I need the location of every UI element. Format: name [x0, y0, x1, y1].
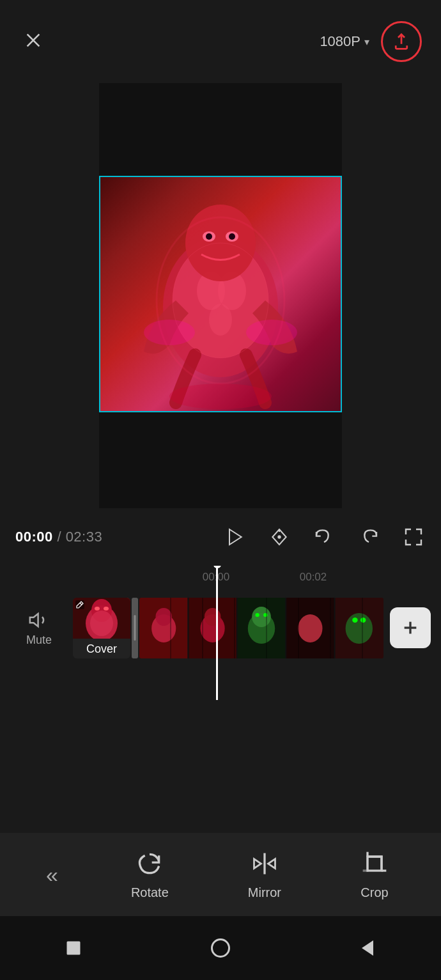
controls-bar: 00:00 / 02:33	[0, 508, 441, 566]
svg-point-27	[90, 611, 113, 636]
svg-rect-36	[237, 598, 286, 658]
toolbar-item-crop[interactable]: Crop	[348, 843, 401, 906]
video-main-frame	[99, 176, 342, 412]
back-button[interactable]: «	[40, 856, 65, 894]
system-back-button[interactable]	[352, 932, 383, 964]
back-icon: «	[46, 862, 58, 887]
top-right-controls: 1080P ▾	[320, 21, 422, 62]
mute-icon	[28, 609, 50, 631]
resolution-selector[interactable]: 1080P ▾	[320, 33, 369, 50]
system-stop-button[interactable]	[58, 932, 89, 964]
undo-icon	[314, 527, 334, 547]
svg-marker-54	[254, 859, 261, 868]
strip-frame	[139, 598, 383, 658]
track-controls: Mute	[10, 609, 68, 647]
svg-point-14	[144, 320, 195, 345]
svg-rect-56	[368, 857, 382, 871]
svg-point-45	[352, 618, 357, 623]
svg-point-15	[246, 320, 297, 345]
mute-button[interactable]: Mute	[26, 609, 52, 647]
time-separator: /	[53, 529, 66, 545]
video-preview	[99, 83, 342, 508]
svg-marker-59	[362, 940, 373, 956]
svg-point-44	[346, 613, 373, 644]
play-icon	[224, 527, 245, 547]
svg-point-39	[255, 613, 259, 617]
crop-label: Crop	[360, 885, 388, 900]
svg-rect-57	[67, 942, 81, 955]
svg-rect-41	[286, 598, 334, 658]
svg-point-40	[263, 613, 267, 617]
close-button[interactable]	[19, 27, 47, 56]
svg-rect-33	[188, 598, 236, 658]
svg-point-38	[252, 607, 271, 627]
svg-point-18	[277, 535, 281, 538]
clip-separator	[132, 598, 138, 658]
svg-point-37	[248, 613, 275, 644]
svg-rect-30	[139, 598, 188, 658]
add-icon	[400, 618, 421, 638]
rotate-label: Rotate	[131, 885, 169, 900]
svg-point-6	[209, 304, 232, 336]
timeline-track: Mute	[0, 586, 441, 669]
fullscreen-button[interactable]	[401, 525, 426, 549]
video-strip[interactable]: 02:31	[139, 598, 383, 658]
strip-frames-svg	[139, 598, 383, 658]
playhead	[216, 566, 218, 700]
svg-point-46	[360, 618, 366, 623]
undo-button[interactable]	[312, 525, 336, 549]
toolbar-item-rotate[interactable]: Rotate	[118, 843, 182, 906]
svg-point-16	[169, 384, 272, 409]
svg-point-32	[155, 608, 171, 626]
svg-point-25	[95, 607, 100, 611]
playback-controls	[222, 525, 426, 549]
redo-button[interactable]	[357, 525, 381, 549]
svg-point-11	[229, 233, 235, 240]
top-bar: 1080P ▾	[0, 0, 441, 83]
home-icon	[209, 937, 232, 960]
system-bottom-bar	[0, 916, 441, 980]
crop-icon	[360, 850, 389, 880]
toolbar-item-mirror[interactable]: Mirror	[235, 843, 294, 906]
export-button[interactable]	[381, 21, 422, 62]
time-current: 00:00	[15, 529, 53, 545]
svg-rect-43	[335, 598, 383, 658]
cover-label: Cover	[86, 642, 117, 658]
svg-marker-17	[229, 529, 242, 545]
timeline-area: 00:00 00:02 Mute	[0, 566, 441, 700]
cover-thumbnail[interactable]: Cover	[73, 598, 130, 658]
mirror-label: Mirror	[248, 885, 281, 900]
ruler-mark-1: 00:02	[300, 571, 327, 584]
svg-point-58	[212, 940, 229, 957]
mute-label: Mute	[26, 634, 52, 647]
add-clip-button[interactable]	[390, 607, 431, 648]
cover-thumb-image	[73, 598, 130, 639]
svg-marker-55	[268, 859, 275, 868]
keyframe-icon	[269, 527, 290, 547]
rotate-icon	[135, 850, 164, 880]
video-black-top	[99, 83, 342, 176]
keyframe-button[interactable]	[267, 525, 291, 549]
svg-point-35	[205, 608, 220, 626]
stop-icon	[62, 937, 85, 960]
mirror-icon	[251, 850, 279, 880]
export-icon	[392, 32, 411, 51]
svg-point-31	[151, 614, 176, 642]
svg-point-10	[206, 233, 212, 240]
system-home-button[interactable]	[205, 932, 236, 964]
fullscreen-icon	[403, 527, 424, 547]
play-button[interactable]	[222, 525, 247, 549]
middle-space	[0, 700, 441, 853]
svg-point-26	[104, 607, 109, 611]
bottom-toolbar: « Rotate Mirror	[0, 833, 441, 916]
creature-svg	[118, 179, 323, 409]
timeline-ruler: 00:00 00:02	[0, 566, 441, 586]
resolution-label: 1080P	[320, 33, 360, 50]
video-black-bottom	[99, 412, 342, 508]
resolution-chevron: ▾	[364, 36, 369, 48]
cover-mini-svg	[73, 598, 130, 639]
monster-figure	[100, 177, 341, 411]
time-display: 00:00 / 02:33	[15, 529, 118, 545]
close-icon	[24, 31, 42, 52]
redo-icon	[359, 527, 379, 547]
